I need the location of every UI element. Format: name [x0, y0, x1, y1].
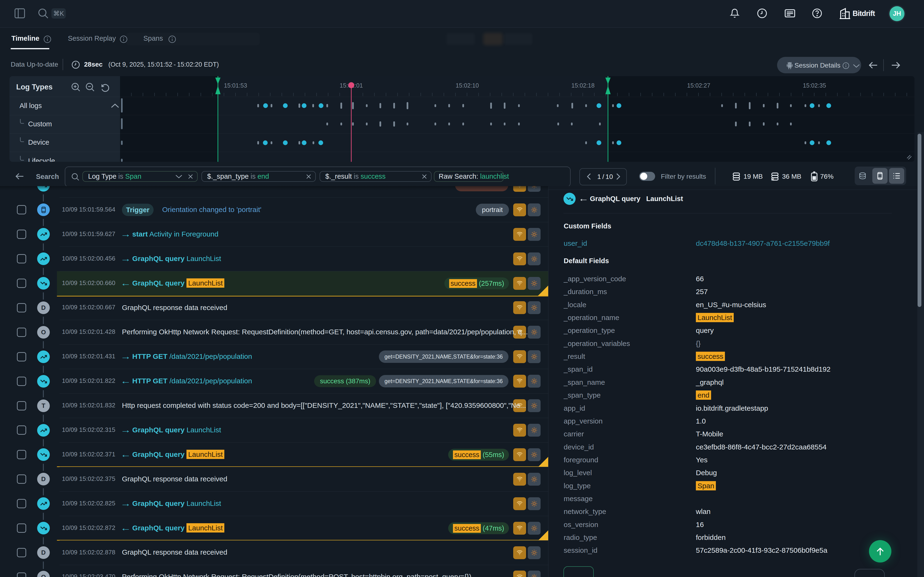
svg-text:15:02:10: 15:02:10	[456, 82, 479, 89]
svg-text:15:01:53: 15:01:53	[224, 82, 247, 89]
svg-text:15:02:35: 15:02:35	[803, 82, 826, 89]
svg-text:N: N	[771, 177, 774, 181]
svg-text:15:02:18: 15:02:18	[571, 82, 594, 89]
svg-text:15:02:27: 15:02:27	[687, 82, 710, 89]
